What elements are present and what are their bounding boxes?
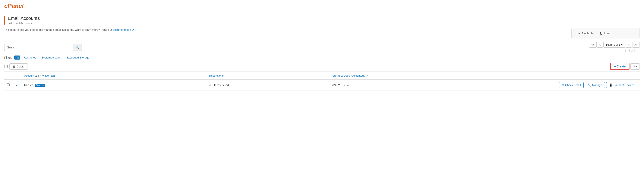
next-page-button[interactable]: > [626, 42, 632, 48]
first-page-button[interactable]: << [589, 42, 596, 48]
filter-restricted[interactable]: Restricted [22, 56, 38, 60]
search-input[interactable] [4, 44, 72, 51]
trash-icon: 🗑 [12, 65, 15, 68]
description: This feature lets you create and manage … [4, 28, 136, 32]
th-storage: Storage: Used / Allocated / % [330, 72, 453, 80]
row-expand-cell: ▶ [12, 80, 22, 91]
search-button[interactable]: 🔍 [72, 44, 82, 51]
filter-label: Filter: [4, 56, 12, 59]
wrench-icon: 🔧 [588, 84, 591, 87]
records-info: 1 - 1 of 1 [620, 48, 640, 53]
table-wrapper: Account ▲ @ @ Domain Restrictions Storag… [0, 72, 644, 91]
title-accent [4, 16, 5, 25]
page-indicator[interactable]: Page 1 of 1 ▾ [604, 42, 626, 48]
chevron-down-icon: ▾ [636, 65, 638, 68]
th-check [4, 72, 12, 80]
device-icon: 📱 [609, 84, 612, 87]
action-row: 🗑 Delete + Create ⚙ ▾ [0, 61, 644, 72]
row-checkbox[interactable] [7, 84, 10, 86]
filter-row: Filter: All Restricted System Account Ex… [0, 55, 644, 61]
prev-page-button[interactable]: < [597, 42, 603, 48]
available-label: Available [582, 32, 594, 35]
email-icon: ✉ [562, 84, 564, 87]
row-check-cell [4, 80, 12, 91]
used-label: Used [604, 32, 611, 35]
settings-button[interactable]: ⚙ ▾ [630, 64, 640, 70]
row-expand-button[interactable]: ▶ [15, 83, 19, 87]
row-actions-cell: ✉ Check Email 🔧 Manage 📱 Connect Devices [453, 80, 640, 91]
storage-used-link[interactable]: Used [344, 74, 350, 77]
table-row: ▶ transip System ✔ Unrestricted 69.82 KB… [4, 80, 640, 91]
header: cPanel [0, 0, 644, 12]
create-button[interactable]: + Create [610, 63, 630, 70]
email-accounts-table: Account ▲ @ @ Domain Restrictions Storag… [4, 72, 640, 91]
th-restrictions[interactable]: Restrictions [206, 72, 330, 80]
filter-exceeded-storage[interactable]: Exceeded Storage [65, 56, 90, 60]
system-badge: System [35, 84, 45, 87]
last-page-button[interactable]: >> [632, 42, 640, 48]
search-icon: 🔍 [76, 46, 79, 49]
page-title: Email Accounts [8, 16, 40, 21]
select-all-checkbox[interactable] [4, 65, 8, 68]
row-account-cell: transip System [22, 80, 206, 91]
doc-link[interactable]: documentation ↗ [113, 28, 135, 32]
row-storage-cell: 69.82 KB / ∞ [330, 80, 453, 91]
connect-devices-button[interactable]: 📱 Connect Devices [606, 82, 637, 88]
infinity-icon: ∞ [577, 31, 580, 36]
stats-box: ∞ Available 0 Used [572, 28, 640, 38]
th-actions [453, 72, 640, 80]
delete-button[interactable]: 🗑 Delete [10, 64, 28, 70]
storage-allocated-link[interactable]: Allocated [352, 74, 364, 77]
th-expand [12, 72, 22, 80]
filter-all[interactable]: All [14, 56, 20, 60]
page-subtitle: List Email Accounts [8, 22, 40, 25]
th-domain-separator: @ [38, 74, 41, 77]
check-icon: ✔ [209, 83, 212, 87]
row-restrictions-cell: ✔ Unrestricted [206, 80, 330, 91]
filter-system-account[interactable]: System Account [40, 56, 62, 60]
manage-button[interactable]: 🔧 Manage [585, 82, 605, 88]
th-account[interactable]: Account ▲ @ @ Domain [22, 72, 206, 80]
gear-icon: ⚙ [633, 65, 635, 68]
check-email-button[interactable]: ✉ Check Email [559, 82, 584, 88]
restriction-value: Unrestricted [213, 84, 229, 87]
search-area: 🔍 [4, 44, 82, 51]
sort-up-icon: ▲ [35, 74, 38, 77]
pagination: << < Page 1 of 1 ▾ > >> [589, 42, 640, 48]
cpanel-logo: cPanel [4, 2, 640, 10]
used-count: 0 [600, 30, 602, 36]
chevron-down-icon: ▾ [621, 43, 623, 46]
account-name: transip [24, 84, 33, 87]
storage-pct-link[interactable]: % [366, 74, 368, 77]
